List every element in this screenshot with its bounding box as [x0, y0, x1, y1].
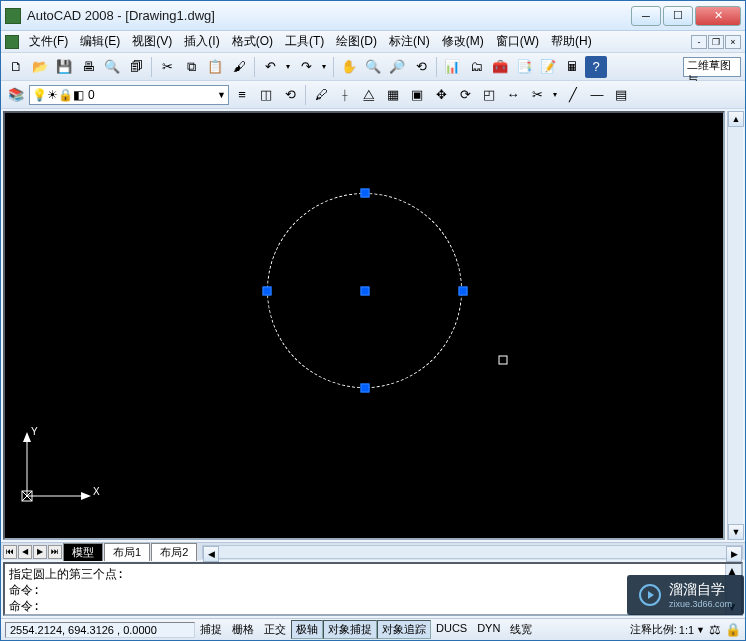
menu-insert[interactable]: 插入(I) [178, 31, 225, 52]
menu-view[interactable]: 视图(V) [126, 31, 178, 52]
vertical-scrollbar[interactable]: ▲ ▼ [727, 111, 743, 540]
tab-prev-icon[interactable]: ◀ [18, 545, 32, 559]
menu-dim[interactable]: 标注(N) [383, 31, 436, 52]
command-scrollbar[interactable]: ▲ ▼ [725, 564, 741, 614]
quickcalc-icon[interactable]: 🖩 [561, 56, 583, 78]
close-button[interactable]: ✕ [695, 6, 741, 26]
minimize-button[interactable]: ─ [631, 6, 661, 26]
menu-tools[interactable]: 工具(T) [279, 31, 330, 52]
status-toggle-1[interactable]: 栅格 [227, 620, 259, 639]
markup-icon[interactable]: 📝 [537, 56, 559, 78]
tab-next-icon[interactable]: ▶ [33, 545, 47, 559]
publish-icon[interactable]: 🗐 [125, 56, 147, 78]
scale-icon[interactable]: ◰ [478, 84, 500, 106]
layer-properties-icon[interactable]: 📚 [5, 84, 27, 106]
grip-top[interactable] [361, 189, 370, 198]
stretch-icon[interactable]: ↔ [502, 84, 524, 106]
toolpalettes-icon[interactable]: 🧰 [489, 56, 511, 78]
tab-model[interactable]: 模型 [63, 543, 103, 561]
menu-modify[interactable]: 修改(M) [436, 31, 490, 52]
status-toggle-7[interactable]: DYN [472, 620, 505, 639]
cut-icon[interactable]: ✂ [156, 56, 178, 78]
scroll-down-icon[interactable]: ▼ [728, 524, 744, 540]
tab-layout1[interactable]: 布局1 [104, 543, 150, 561]
command-prompt[interactable]: 命令: [9, 598, 721, 614]
status-toggle-0[interactable]: 捕捉 [195, 620, 227, 639]
layer-prev-icon[interactable]: ⟲ [279, 84, 301, 106]
menu-edit[interactable]: 编辑(E) [74, 31, 126, 52]
new-icon[interactable]: 🗋 [5, 56, 27, 78]
matchprop-icon[interactable]: 🖌 [228, 56, 250, 78]
layer-states-icon[interactable]: ≡ [231, 84, 253, 106]
paste-icon[interactable]: 📋 [204, 56, 226, 78]
layer-combo[interactable]: 💡 ☀ 🔒 ◧ 0 ▼ [29, 85, 229, 105]
grip-center[interactable] [361, 287, 370, 296]
properties-icon[interactable]: 📊 [441, 56, 463, 78]
status-toggle-8[interactable]: 线宽 [505, 620, 537, 639]
sheetset-icon[interactable]: 📑 [513, 56, 535, 78]
rotate-icon[interactable]: ⟳ [454, 84, 476, 106]
mdi-restore[interactable]: ❐ [708, 35, 724, 49]
trim-icon[interactable]: ✂ [526, 84, 548, 106]
scroll-right-icon[interactable]: ▶ [726, 546, 742, 562]
save-icon[interactable]: 💾 [53, 56, 75, 78]
zoom-window-icon[interactable]: 🔎 [386, 56, 408, 78]
drawing-area[interactable]: Y X [3, 111, 725, 540]
annoscale-value[interactable]: 1:1 [679, 624, 694, 636]
grip-bottom[interactable] [361, 384, 370, 393]
annoscale-icon[interactable]: ⚖ [707, 622, 723, 638]
status-toggle-3[interactable]: 极轴 [291, 620, 323, 639]
tab-first-icon[interactable]: ⏮ [3, 545, 17, 559]
help-icon[interactable]: ? [585, 56, 607, 78]
redo-icon[interactable]: ↷ [295, 56, 317, 78]
tab-layout2[interactable]: 布局2 [151, 543, 197, 561]
pan-icon[interactable]: ✋ [338, 56, 360, 78]
coordinate-display[interactable]: 2554.2124, 694.3126 , 0.0000 [5, 622, 195, 638]
draw-icon[interactable]: 🖊 [310, 84, 332, 106]
menu-draw[interactable]: 绘图(D) [330, 31, 383, 52]
plot-icon[interactable]: 🖶 [77, 56, 99, 78]
array-icon[interactable]: ▦ [382, 84, 404, 106]
horizontal-scrollbar[interactable]: ◀ ▶ [202, 545, 743, 559]
redo-dropdown-icon[interactable]: ▾ [319, 56, 329, 78]
status-toggle-5[interactable]: 对象追踪 [377, 620, 431, 639]
linetype-icon[interactable]: ╱ [562, 84, 584, 106]
zoom-realtime-icon[interactable]: 🔍 [362, 56, 384, 78]
dropdown-icon[interactable]: ▾ [550, 84, 560, 106]
block-icon[interactable]: ▣ [406, 84, 428, 106]
mdi-close[interactable]: × [725, 35, 741, 49]
plot-preview-icon[interactable]: 🔍 [101, 56, 123, 78]
status-toggle-6[interactable]: DUCS [431, 620, 472, 639]
grip-right[interactable] [459, 287, 468, 296]
status-toggle-4[interactable]: 对象捕捉 [323, 620, 377, 639]
copy-icon[interactable]: ⧉ [180, 56, 202, 78]
move-icon[interactable]: ✥ [430, 84, 452, 106]
menu-file[interactable]: 文件(F) [23, 31, 74, 52]
mirror-icon[interactable]: ⧋ [358, 84, 380, 106]
menu-window[interactable]: 窗口(W) [490, 31, 545, 52]
designcenter-icon[interactable]: 🗂 [465, 56, 487, 78]
workspace-combo[interactable]: 二维草图与 [683, 57, 741, 77]
mdi-minimize[interactable]: - [691, 35, 707, 49]
scroll-up-icon[interactable]: ▲ [728, 111, 744, 127]
dim-icon[interactable]: ⟊ [334, 84, 356, 106]
chevron-down-icon[interactable]: ▼ [696, 625, 705, 635]
scroll-up-icon[interactable]: ▲ [726, 564, 741, 578]
tab-last-icon[interactable]: ⏭ [48, 545, 62, 559]
menu-format[interactable]: 格式(O) [226, 31, 279, 52]
status-toggle-2[interactable]: 正交 [259, 620, 291, 639]
grip-left[interactable] [263, 287, 272, 296]
undo-dropdown-icon[interactable]: ▾ [283, 56, 293, 78]
zoom-prev-icon[interactable]: ⟲ [410, 56, 432, 78]
bylayer-icon[interactable]: — [586, 84, 608, 106]
layer-iso-icon[interactable]: ◫ [255, 84, 277, 106]
scroll-left-icon[interactable]: ◀ [203, 546, 219, 562]
undo-icon[interactable]: ↶ [259, 56, 281, 78]
command-window[interactable]: 指定圆上的第三个点: 命令: 命令: ▲ ▼ [3, 562, 743, 616]
scroll-down-icon[interactable]: ▼ [726, 600, 741, 614]
more-icon[interactable]: ▤ [610, 84, 632, 106]
annoscale-lock-icon[interactable]: 🔒 [725, 622, 741, 638]
open-icon[interactable]: 📂 [29, 56, 51, 78]
maximize-button[interactable]: ☐ [663, 6, 693, 26]
menu-help[interactable]: 帮助(H) [545, 31, 598, 52]
